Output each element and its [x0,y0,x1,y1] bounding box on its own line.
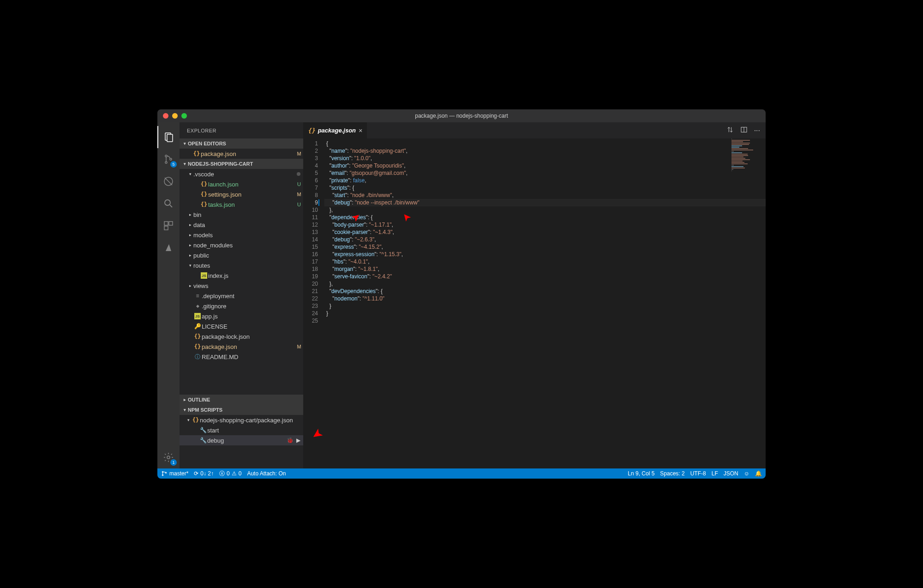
tree-item[interactable]: {}settings.jsonM [180,189,303,199]
split-editor-icon[interactable] [740,126,748,135]
git-status: U [295,202,303,207]
svg-point-10 [167,456,170,459]
window-controls [163,113,187,119]
cursor-position[interactable]: Ln 9, Col 5 [628,470,654,477]
tree-item[interactable]: ≡.deployment [180,291,303,301]
tab-bar: {} package.json × ··· [303,122,766,138]
zoom-window-button[interactable] [181,113,187,119]
indentation-status[interactable]: Spaces: 2 [660,470,684,477]
editor-group: {} package.json × ··· 123456789101112131… [303,122,766,468]
git-branch[interactable]: master* [161,470,188,477]
tree-item[interactable]: ⓘREADME.MD [180,352,303,362]
tree-item[interactable]: {}launch.jsonU [180,179,303,189]
notifications-icon[interactable]: 🔔 [755,470,762,477]
tree-item[interactable]: ▸data [180,220,303,230]
script-label: nodejs-shopping-cart/package.json [200,417,303,424]
language-mode[interactable]: JSON [724,470,738,477]
tree-item[interactable]: ▾routes [180,260,303,270]
tree-item[interactable]: ▾.vscode [180,169,303,179]
compare-changes-icon[interactable] [726,126,734,135]
scm-badge: 5 [170,161,177,168]
open-editors-header[interactable]: ▾ OPEN EDITORS [180,138,303,149]
minimize-window-button[interactable] [172,113,178,119]
minimap[interactable] [731,138,759,185]
script-icon: 🔧 [199,437,207,444]
file-icon: {} [200,201,208,208]
search-icon[interactable] [157,192,180,215]
outline-label: OUTLINE [188,397,210,402]
file-label: launch.json [208,181,295,188]
tree-item[interactable]: {}package.jsonM [180,342,303,352]
file-icon: 🔑 [193,323,202,330]
azure-icon[interactable] [157,237,180,259]
explorer-icon[interactable] [157,126,180,148]
tab-package-json[interactable]: {} package.json × [303,122,367,138]
twistie-icon: ▸ [187,253,193,258]
twistie-icon: ▸ [187,233,193,237]
problems-status[interactable]: ⓧ0 ⚠0 [219,470,241,478]
open-editor-item[interactable]: {}package.jsonM [180,149,303,159]
git-status: M [295,151,303,156]
tree-item[interactable]: ◆.gitignore [180,301,303,311]
npm-script-item[interactable]: ▾{}nodejs-shopping-cart/package.json [180,415,303,425]
scm-icon[interactable]: 5 [157,148,180,170]
tree-item[interactable]: ▸node_modules [180,240,303,250]
twistie-icon: ▾ [187,263,193,268]
settings-icon[interactable]: 1 [157,446,180,468]
script-label: start [207,427,303,434]
file-icon: {} [193,343,202,350]
git-status: U [295,181,303,187]
sidebar: EXPLORER ▾ OPEN EDITORS {}package.jsonM … [180,122,303,468]
tree-item[interactable]: {}tasks.jsonU [180,199,303,210]
file-icon: {} [193,333,202,340]
npm-scripts-tree: ▾{}nodejs-shopping-cart/package.json🔧sta… [180,415,303,445]
tree-item[interactable]: 🔑LICENSE [180,321,303,331]
line-gutter: 1234567891011121314151617181920212223242… [303,138,324,468]
tree-item[interactable]: {}package-lock.json [180,331,303,342]
tree-item[interactable]: JSapp.js [180,311,303,321]
status-bar: master* ⟳0↓ 2↑ ⓧ0 ⚠0 Auto Attach: On Ln … [157,468,766,479]
outline-header[interactable]: ▸ OUTLINE [180,395,303,405]
feedback-icon[interactable]: ☺ [744,470,749,477]
svg-rect-9 [164,226,168,230]
script-icon: 🔧 [199,427,207,433]
tree-item[interactable]: ▸bin [180,210,303,220]
tree-item[interactable]: ▸models [180,230,303,240]
npm-script-item[interactable]: 🔧debug🐞▶ [180,435,303,445]
svg-point-12 [162,471,163,472]
tree-item[interactable]: ▸public [180,250,303,260]
settings-badge: 1 [170,459,177,466]
file-icon: {} [200,191,208,198]
close-icon[interactable]: × [359,127,362,134]
titlebar: package.json — nodejs-shopping-cart [157,109,766,122]
code-content[interactable]: { "name": "nodejs-shopping-cart", "versi… [324,138,766,468]
tree-item[interactable]: JSindex.js [180,270,303,281]
eol-status[interactable]: LF [712,470,718,477]
file-icon: ◆ [193,304,202,308]
more-actions-icon[interactable]: ··· [754,126,760,135]
npm-scripts-label: NPM SCRIPTS [188,407,222,413]
tab-label: package.json [318,127,356,134]
file-icon: ⓘ [193,353,202,361]
tree-item[interactable]: ▸views [180,281,303,291]
twistie-icon: ▾ [187,172,193,176]
debug-script-icon[interactable]: 🐞 [287,437,294,444]
file-label: package-lock.json [202,333,303,340]
file-label: bin [193,211,303,218]
debug-icon[interactable] [157,170,180,192]
svg-point-2 [165,155,167,157]
auto-attach-status[interactable]: Auto Attach: On [247,470,286,477]
sync-status[interactable]: ⟳0↓ 2↑ [194,470,214,477]
extensions-icon[interactable] [157,215,180,237]
npm-scripts-header[interactable]: ▾ NPM SCRIPTS [180,405,303,415]
workspace-header[interactable]: ▾ NODEJS-SHOPPING-CART [180,159,303,169]
code-editor[interactable]: 1234567891011121314151617181920212223242… [303,138,766,468]
encoding-status[interactable]: UTF-8 [690,470,706,477]
file-label: README.MD [202,354,303,360]
file-label: LICENSE [202,323,303,330]
file-label: routes [193,262,303,269]
file-label: node_modules [193,242,303,249]
run-script-icon[interactable]: ▶ [296,437,300,444]
npm-script-item[interactable]: 🔧start [180,425,303,435]
close-window-button[interactable] [163,113,168,119]
